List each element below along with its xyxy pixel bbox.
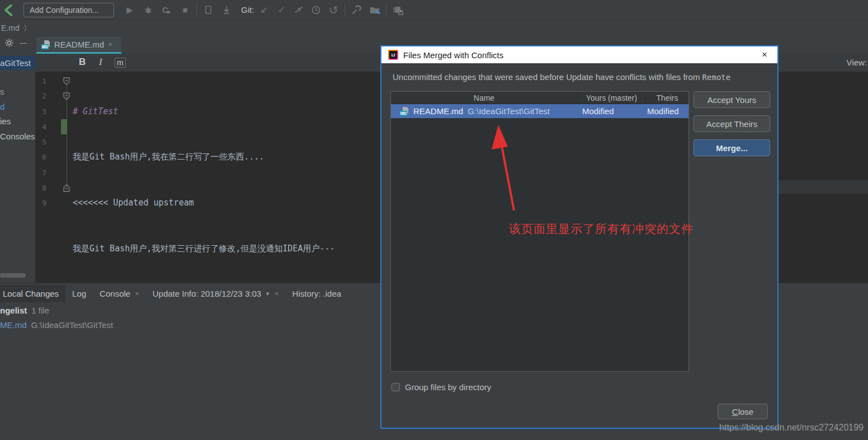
- tab-update-info[interactable]: Update Info: 2018/12/23 3:03 ▼ ×: [146, 285, 286, 302]
- tab-console[interactable]: Console ×: [93, 285, 146, 302]
- tab-log[interactable]: Log: [65, 285, 93, 302]
- debug-button[interactable]: [141, 3, 155, 17]
- changed-file-row[interactable]: ME.md G:\IdeaGitTest\GitTest: [0, 320, 113, 330]
- app-logo-icon: [2, 3, 16, 17]
- gutter-change-marker: [61, 119, 67, 134]
- accept-theirs-button[interactable]: Accept Theirs: [694, 115, 770, 132]
- gear-icon[interactable]: [4, 38, 14, 48]
- horizontal-scrollbar[interactable]: [0, 273, 26, 278]
- remote-ref-label: Remote: [702, 73, 731, 82]
- chevron-down-icon[interactable]: ▼: [265, 291, 270, 297]
- project-tree-item[interactable]: d: [0, 102, 4, 111]
- table-row[interactable]: MD README.md G:\IdeaGitTest\GitTest Modi…: [391, 104, 688, 118]
- save-all-icon[interactable]: [391, 3, 404, 17]
- bold-button[interactable]: B: [79, 57, 86, 68]
- column-header-name[interactable]: Name: [391, 92, 578, 104]
- view-label: View:: [847, 58, 867, 67]
- monospace-button[interactable]: m: [115, 58, 126, 68]
- stop-button[interactable]: ■: [178, 3, 192, 17]
- run-with-coverage-button[interactable]: C ▶: [160, 3, 173, 17]
- breadcrumb-file[interactable]: E.md: [1, 24, 20, 32]
- column-header-yours[interactable]: Yours (master): [578, 92, 646, 104]
- right-pane-band: [779, 180, 868, 194]
- fold-marker-icon[interactable]: [63, 184, 70, 192]
- toolbar-separator: [345, 4, 345, 16]
- ide-window: Add Configuration... ▶ C ▶ ■ Git: ↙ ✓: [0, 0, 868, 440]
- tab-history[interactable]: History: .idea: [286, 285, 348, 302]
- project-tree-item[interactable]: Consoles: [0, 132, 35, 141]
- accept-yours-button[interactable]: Accept Yours: [694, 91, 770, 108]
- project-panel-header: —: [0, 38, 27, 48]
- intellij-app-icon: IJ: [388, 50, 398, 60]
- git-toolbar-label: Git:: [241, 5, 254, 15]
- project-structure-icon[interactable]: [368, 3, 381, 17]
- markdown-file-icon: MD: [41, 40, 50, 49]
- column-header-theirs[interactable]: Theirs: [646, 92, 688, 104]
- annotation-text: 该页面里显示了所有有冲突的文件: [509, 221, 694, 237]
- markdown-file-icon: MD: [400, 107, 409, 116]
- local-history-button[interactable]: [309, 3, 323, 17]
- changelist-row[interactable]: ngelist 1 file: [0, 306, 49, 315]
- breadcrumb-chevron-icon: ⟩: [24, 24, 27, 32]
- download-sources-icon[interactable]: [220, 3, 233, 17]
- settings-wrench-icon[interactable]: [350, 3, 363, 17]
- toolbar-separator: [196, 4, 197, 16]
- dialog-title: Files Merged with Conflicts: [403, 50, 503, 60]
- dialog-title-bar[interactable]: IJ Files Merged with Conflicts ×: [381, 46, 777, 63]
- dialog-close-icon[interactable]: ×: [757, 49, 772, 60]
- run-configuration-select[interactable]: Add Configuration...: [23, 3, 114, 17]
- git-update-project-button[interactable]: ↙: [257, 3, 271, 17]
- project-tree-item[interactable]: ies: [0, 116, 11, 126]
- merge-button[interactable]: Merge...: [694, 139, 770, 156]
- tab-local-changes[interactable]: Local Changes: [0, 285, 65, 302]
- rollback-button[interactable]: ↺: [327, 3, 340, 17]
- fold-marker-icon[interactable]: [63, 77, 70, 85]
- watermark-url: https://blog.csdn.net/nrsc272420199: [719, 423, 864, 433]
- version-control-tabs: Local Changes Log Console × Update Info:…: [0, 285, 348, 302]
- main-toolbar: Add Configuration... ▶ C ▶ ■ Git: ↙ ✓: [0, 0, 868, 20]
- project-tree-selected-item[interactable]: aGitTest: [0, 56, 35, 70]
- group-files-checkbox-row: Group files by directory: [391, 382, 491, 392]
- yours-status-cell: Modified: [578, 106, 646, 116]
- toolbar-separator: [386, 4, 386, 16]
- fold-marker-icon[interactable]: [63, 92, 70, 100]
- hide-panel-icon[interactable]: —: [20, 39, 27, 47]
- table-header: Name Yours (master) Theirs: [391, 92, 688, 104]
- close-button[interactable]: Close: [718, 404, 768, 419]
- italic-button[interactable]: I: [99, 57, 102, 68]
- dialog-message: Uncommitted changes that were saved befo…: [393, 72, 730, 82]
- close-tab-icon[interactable]: ×: [135, 289, 139, 298]
- run-button[interactable]: ▶: [123, 3, 136, 17]
- attach-profiler-icon[interactable]: [201, 3, 215, 17]
- theirs-status-cell: Modified: [646, 106, 688, 116]
- group-files-checkbox[interactable]: [391, 383, 400, 391]
- close-tab-icon[interactable]: ×: [275, 289, 279, 298]
- git-push-button[interactable]: [292, 3, 305, 17]
- files-merged-with-conflicts-dialog: IJ Files Merged with Conflicts × Uncommi…: [380, 45, 779, 429]
- git-commit-button[interactable]: ✓: [275, 3, 288, 17]
- line-number-gutter: 12 34 56 78 9: [35, 73, 46, 211]
- file-name-cell: MD README.md G:\IdeaGitTest\GitTest: [391, 106, 578, 116]
- project-panel: — aGitTest s d ies Consoles: [0, 35, 35, 283]
- project-tree-item[interactable]: s: [0, 87, 4, 96]
- breadcrumb: E.md ⟩: [0, 21, 868, 35]
- close-tab-icon[interactable]: ×: [108, 40, 112, 49]
- tab-readme-md[interactable]: MD README.md ×: [36, 37, 121, 54]
